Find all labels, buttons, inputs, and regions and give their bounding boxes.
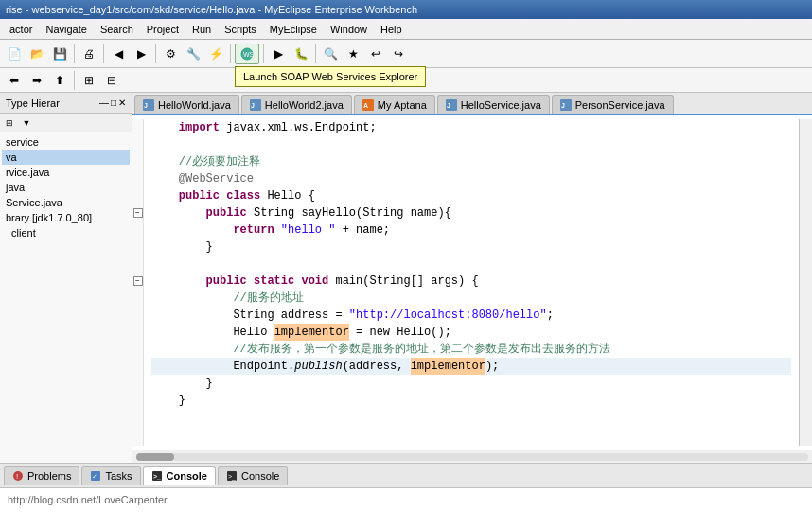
collapse-btn-10[interactable]: −	[133, 276, 143, 286]
tab-3[interactable]: J HelloService.java	[437, 95, 550, 114]
code-line-7: return "hello " + name;	[151, 221, 791, 238]
hscrollbar-thumb[interactable]	[136, 453, 174, 461]
java-file-icon-1: J	[250, 99, 261, 111]
code-line-11: //服务的地址	[151, 290, 791, 307]
horizontal-scrollbar[interactable]	[132, 450, 812, 463]
gutter-3	[132, 153, 143, 170]
gutter-10: −	[132, 273, 143, 290]
tb-btn3[interactable]: ⚡	[205, 44, 226, 64]
sidebar-toolbar: ⊞ ▼	[0, 114, 132, 132]
gutter-15	[132, 358, 143, 375]
run-button[interactable]: ▶	[268, 44, 289, 64]
gutter-2	[132, 136, 143, 153]
sep6	[315, 44, 316, 63]
sidebar-item-3[interactable]: java	[2, 180, 130, 195]
code-editor[interactable]: − − import javax.xml.ws.Endpoint;	[132, 115, 812, 450]
menu-actor[interactable]: actor	[4, 22, 38, 37]
menu-run[interactable]: Run	[186, 22, 217, 37]
sidebar-item-4[interactable]: Service.java	[2, 195, 130, 210]
code-line-14: //发布服务，第一个参数是服务的地址，第二个参数是发布出去服务的方法	[151, 341, 791, 358]
tab-0-label: HelloWorld.java	[158, 99, 231, 111]
forward-button[interactable]: ▶	[131, 44, 151, 64]
tb-btn2[interactable]: 🔧	[183, 44, 203, 64]
sidebar-maximize[interactable]: □	[111, 97, 116, 108]
vertical-scrollbar[interactable]	[799, 119, 812, 446]
tb-extra1[interactable]: 🔍	[320, 44, 341, 64]
tab-0[interactable]: J HelloWorld.java	[134, 95, 239, 114]
sidebar-close[interactable]: ✕	[118, 97, 126, 108]
open-button[interactable]: 📂	[26, 44, 47, 64]
svg-text:!: !	[16, 472, 18, 481]
sidebar-collapse-btn[interactable]: ⊞	[2, 115, 17, 131]
tb2-btn1[interactable]: ⬅	[4, 70, 25, 91]
tb-extra2[interactable]: ★	[343, 44, 363, 64]
status-tab-tasks[interactable]: ✓ Tasks	[81, 466, 140, 485]
java-file-icon-3: J	[446, 99, 457, 111]
sidebar: Type Hierar — □ ✕ ⊞ ▼ service va rvice.j…	[0, 93, 132, 463]
soap-tooltip: Launch SOAP Web Services Explorer	[235, 66, 426, 87]
code-line-16: }	[151, 375, 791, 392]
sidebar-item-5[interactable]: brary [jdk1.7.0_80]	[2, 210, 130, 225]
code-line-6: public String sayHello(String name){	[151, 204, 791, 221]
sidebar-header: Type Hierar — □ ✕	[0, 93, 132, 114]
status-tab-console2-label: Console	[241, 470, 279, 482]
sidebar-minimize[interactable]: —	[99, 97, 109, 108]
tab-bar: J HelloWorld.java J HelloWorld2.java A M…	[132, 93, 812, 115]
code-line-17: }	[151, 392, 791, 409]
tb2-btn4[interactable]: ⊞	[79, 70, 99, 91]
sidebar-expand-btn[interactable]: ▼	[19, 115, 34, 131]
menu-window[interactable]: Window	[325, 22, 373, 37]
gutter-4	[132, 170, 143, 187]
menu-help[interactable]: Help	[375, 22, 408, 37]
print-button[interactable]: 🖨	[79, 44, 99, 64]
code-line-1: import javax.xml.ws.Endpoint;	[151, 119, 791, 136]
collapse-btn-6[interactable]: −	[133, 208, 143, 218]
tb2-btn2[interactable]: ➡	[26, 70, 47, 91]
code-content[interactable]: import javax.xml.ws.Endpoint; //必须要加注释 @…	[144, 119, 799, 446]
sidebar-item-1[interactable]: va	[2, 150, 130, 165]
menu-myeclipse[interactable]: MyEclipse	[264, 22, 323, 37]
sidebar-content: service va rvice.java java Service.java …	[0, 132, 132, 463]
gutter-14	[132, 341, 143, 358]
menu-scripts[interactable]: Scripts	[219, 22, 262, 37]
save-button[interactable]: 💾	[49, 44, 70, 64]
status-tab-console-label: Console	[167, 470, 207, 482]
gutter-1	[132, 119, 143, 136]
tab-4[interactable]: J PersonService.java	[552, 95, 674, 114]
new-button[interactable]: 📄	[4, 44, 25, 64]
menu-project[interactable]: Project	[141, 22, 185, 37]
back-button[interactable]: ◀	[108, 44, 129, 64]
svg-text:J: J	[144, 102, 148, 109]
svg-text:J: J	[561, 102, 565, 109]
editor-area: J HelloWorld.java J HelloWorld2.java A M…	[132, 93, 812, 463]
sidebar-item-0[interactable]: service	[2, 134, 130, 150]
sidebar-item-6[interactable]: _client	[2, 225, 130, 240]
tb-btn1[interactable]: ⚙	[160, 44, 181, 64]
status-tab-problems-label: Problems	[27, 470, 71, 482]
status-tab-console2[interactable]: >_ Console	[218, 466, 288, 485]
status-content: http://blog.csdn.net/LoveCarpenter	[0, 488, 812, 512]
title-bar: rise - webservice_day1/src/com/skd/servi…	[0, 0, 812, 19]
java-file-icon-4: J	[560, 99, 572, 111]
status-tab-problems[interactable]: ! Problems	[4, 466, 79, 485]
tb2-btn5[interactable]: ⊟	[101, 70, 122, 91]
sidebar-controls: — □ ✕	[99, 97, 126, 108]
sep7	[74, 71, 75, 90]
status-tab-console[interactable]: >_ Console	[143, 466, 216, 485]
tb2-btn3[interactable]: ⬆	[49, 70, 70, 91]
sep3	[155, 44, 156, 63]
tab-2[interactable]: A My Aptana	[354, 95, 435, 114]
code-line-4: @WebService	[151, 170, 791, 187]
tb-extra4[interactable]: ↪	[388, 44, 409, 64]
soap-button[interactable]: WS	[235, 44, 259, 64]
debug-button[interactable]: 🐛	[291, 44, 311, 64]
gutter-11	[132, 290, 143, 307]
code-line-3: //必须要加注释	[151, 153, 791, 170]
tab-1[interactable]: J HelloWorld2.java	[241, 95, 352, 114]
status-bar: ! Problems ✓ Tasks >_ Console >_ Console…	[0, 463, 812, 512]
menu-navigate[interactable]: Navigate	[40, 22, 92, 37]
tb-extra3[interactable]: ↩	[365, 44, 386, 64]
sidebar-item-2[interactable]: rvice.java	[2, 165, 130, 180]
menu-search[interactable]: Search	[95, 22, 139, 37]
title-text: rise - webservice_day1/src/com/skd/servi…	[6, 4, 417, 15]
